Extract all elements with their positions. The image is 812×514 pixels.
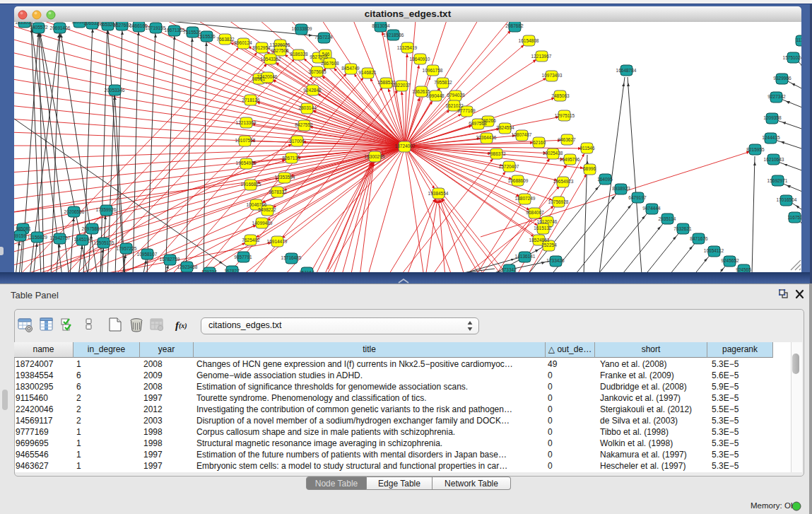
svg-text:10719155: 10719155 — [146, 25, 166, 30]
svg-text:19384554: 19384554 — [428, 191, 449, 196]
svg-text:10973493: 10973493 — [542, 73, 563, 78]
svg-text:1621022: 1621022 — [445, 103, 464, 108]
svg-text:10961758: 10961758 — [423, 68, 443, 73]
svg-text:17016504: 17016504 — [777, 197, 797, 202]
svg-text:8454749: 8454749 — [341, 66, 360, 71]
svg-text:2718126: 2718126 — [242, 98, 260, 103]
svg-text:7986372: 7986372 — [488, 151, 506, 156]
svg-text:20206556: 20206556 — [64, 209, 85, 214]
svg-text:17359926: 17359926 — [96, 207, 117, 212]
svg-text:16648784: 16648784 — [616, 68, 637, 73]
svg-text:10688609: 10688609 — [508, 178, 529, 183]
svg-text:11156829: 11156829 — [28, 235, 47, 240]
svg-text:15692971: 15692971 — [767, 178, 788, 183]
svg-text:16154808: 16154808 — [519, 38, 539, 43]
svg-text:9146821: 9146821 — [358, 70, 377, 75]
svg-text:68996: 68996 — [583, 166, 596, 171]
svg-text:20975867: 20975867 — [82, 226, 102, 231]
svg-text:16671355: 16671355 — [165, 28, 185, 33]
svg-text:2935114: 2935114 — [659, 216, 676, 221]
svg-text:18300295: 18300295 — [365, 154, 385, 159]
svg-text:19218586: 19218586 — [384, 33, 404, 37]
svg-text:9527506: 9527506 — [271, 48, 289, 53]
svg-text:11325419: 11325419 — [397, 45, 418, 50]
svg-text:8427552: 8427552 — [295, 122, 313, 127]
svg-text:16782759: 16782759 — [160, 257, 180, 262]
svg-text:1527602: 1527602 — [113, 23, 131, 28]
svg-text:18807249: 18807249 — [515, 196, 536, 201]
svg-text:12213369: 12213369 — [236, 120, 257, 125]
svg-text:7625402: 7625402 — [242, 238, 260, 243]
svg-text:8322037: 8322037 — [392, 83, 411, 88]
svg-text:157164: 157164 — [299, 270, 314, 272]
svg-text:7485063: 7485063 — [551, 93, 570, 98]
svg-text:129234: 129234 — [201, 269, 217, 272]
svg-text:252254: 252254 — [541, 243, 557, 247]
svg-text:8960124: 8960124 — [234, 40, 252, 45]
svg-text:6990448: 6990448 — [426, 93, 445, 98]
svg-text:3824554: 3824554 — [496, 125, 514, 130]
svg-text:13226055: 13226055 — [270, 42, 290, 47]
svg-text:1145194: 1145194 — [74, 237, 92, 242]
svg-text:617006: 617006 — [289, 139, 305, 144]
svg-text:14136141: 14136141 — [515, 254, 536, 259]
svg-text:6794028: 6794028 — [447, 93, 465, 98]
svg-text:9777169: 9777169 — [457, 108, 476, 113]
svg-text:12505135: 12505135 — [94, 240, 114, 245]
svg-text:10654112: 10654112 — [704, 248, 724, 253]
svg-text:19654923: 19654923 — [553, 179, 574, 184]
svg-text:9227342: 9227342 — [767, 94, 786, 99]
svg-text:8471676: 8471676 — [690, 236, 708, 241]
svg-text:9242848: 9242848 — [303, 88, 322, 93]
svg-text:167827: 167827 — [224, 269, 240, 272]
svg-text:9474444: 9474444 — [642, 206, 661, 211]
svg-text:9684067: 9684067 — [526, 210, 544, 215]
svg-text:8186328: 8186328 — [290, 52, 308, 57]
svg-text:15720407: 15720407 — [499, 164, 519, 169]
svg-text:8912954: 8912954 — [252, 45, 271, 50]
svg-text:1209358: 1209358 — [763, 115, 782, 120]
svg-text:14099489: 14099489 — [252, 221, 273, 226]
svg-text:19166825: 19166825 — [241, 182, 261, 187]
svg-text:985081: 985081 — [16, 226, 31, 231]
svg-text:911546: 911546 — [579, 146, 595, 151]
svg-text:10958107: 10958107 — [137, 252, 158, 257]
svg-text:10756928: 10756928 — [548, 199, 569, 204]
svg-text:12353594: 12353594 — [275, 175, 295, 180]
svg-text:2087682: 2087682 — [505, 23, 524, 28]
svg-text:15716485: 15716485 — [281, 255, 302, 260]
svg-text:3675685: 3675685 — [308, 69, 326, 74]
svg-text:1405572: 1405572 — [30, 25, 48, 30]
svg-text:2867608: 2867608 — [321, 61, 339, 66]
svg-text:39159: 39159 — [14, 233, 26, 238]
svg-text:10107553: 10107553 — [235, 138, 256, 143]
svg-text:19654985: 19654985 — [236, 160, 257, 165]
svg-text:16495796: 16495796 — [560, 157, 580, 162]
svg-text:20691406: 20691406 — [50, 25, 71, 30]
svg-text:9245652: 9245652 — [721, 258, 739, 263]
svg-text:116753: 116753 — [787, 215, 801, 220]
svg-text:18524861: 18524861 — [529, 238, 550, 243]
svg-text:8678332: 8678332 — [269, 189, 287, 194]
svg-text:16914479: 16914479 — [267, 239, 288, 244]
svg-text:16033809: 16033809 — [292, 26, 312, 31]
svg-text:164095: 164095 — [597, 177, 613, 182]
svg-text:12975115: 12975115 — [555, 113, 575, 118]
svg-text:10025438: 10025438 — [543, 151, 563, 156]
svg-text:5498222: 5498222 — [258, 207, 276, 212]
svg-text:11172: 11172 — [796, 37, 801, 42]
svg-text:8938923: 8938923 — [612, 186, 630, 191]
svg-text:18640910: 18640910 — [410, 57, 430, 62]
svg-text:1615132: 1615132 — [534, 226, 552, 230]
svg-text:12942757: 12942757 — [50, 235, 71, 240]
svg-text:924565: 924565 — [736, 267, 751, 272]
svg-text:7955812: 7955812 — [434, 80, 452, 85]
svg-text:1733426: 1733426 — [546, 258, 565, 263]
svg-text:8813054: 8813054 — [372, 23, 390, 28]
svg-text:10046766: 10046766 — [247, 202, 267, 207]
svg-text:6479197: 6479197 — [628, 195, 647, 200]
svg-text:9329966: 9329966 — [773, 76, 792, 81]
svg-text:7515526: 7515526 — [197, 34, 216, 39]
svg-text:1244415: 1244415 — [762, 135, 780, 140]
svg-text:9463627: 9463627 — [558, 137, 576, 142]
